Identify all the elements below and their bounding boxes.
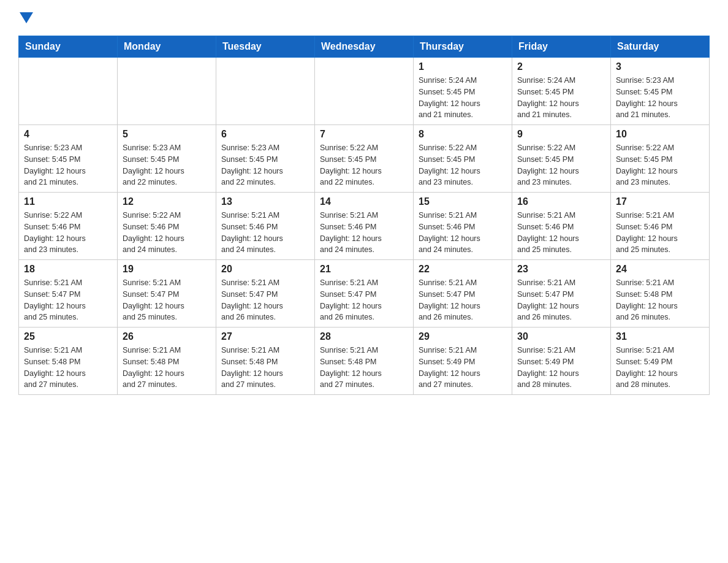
weekday-header-thursday: Thursday	[414, 36, 512, 58]
day-info: Sunrise: 5:22 AMSunset: 5:45 PMDaylight:…	[320, 142, 408, 188]
day-info: Sunrise: 5:22 AMSunset: 5:45 PMDaylight:…	[616, 142, 704, 188]
day-info: Sunrise: 5:21 AMSunset: 5:46 PMDaylight:…	[616, 210, 704, 256]
day-number: 18	[24, 264, 112, 275]
day-number: 27	[221, 331, 309, 342]
day-info: Sunrise: 5:21 AMSunset: 5:47 PMDaylight:…	[419, 277, 507, 323]
day-info: Sunrise: 5:24 AMSunset: 5:45 PMDaylight:…	[517, 75, 605, 121]
day-info: Sunrise: 5:21 AMSunset: 5:47 PMDaylight:…	[24, 277, 112, 323]
weekday-header-wednesday: Wednesday	[315, 36, 414, 58]
day-info: Sunrise: 5:22 AMSunset: 5:46 PMDaylight:…	[123, 210, 211, 256]
calendar-cell: 19Sunrise: 5:21 AMSunset: 5:47 PMDayligh…	[118, 260, 216, 327]
weekday-header-friday: Friday	[512, 36, 611, 58]
calendar-cell: 6Sunrise: 5:23 AMSunset: 5:45 PMDaylight…	[216, 125, 315, 193]
day-number: 20	[221, 264, 309, 275]
day-number: 1	[419, 61, 507, 72]
day-info: Sunrise: 5:21 AMSunset: 5:46 PMDaylight:…	[320, 210, 408, 256]
calendar-cell: 31Sunrise: 5:21 AMSunset: 5:49 PMDayligh…	[611, 327, 710, 395]
day-info: Sunrise: 5:21 AMSunset: 5:49 PMDaylight:…	[419, 345, 507, 391]
day-number: 6	[221, 129, 309, 140]
calendar-cell: 16Sunrise: 5:21 AMSunset: 5:46 PMDayligh…	[512, 193, 611, 260]
day-number: 31	[616, 331, 704, 342]
calendar-cell: 15Sunrise: 5:21 AMSunset: 5:46 PMDayligh…	[414, 193, 512, 260]
svg-marker-0	[20, 12, 33, 23]
calendar-cell: 24Sunrise: 5:21 AMSunset: 5:48 PMDayligh…	[611, 260, 710, 327]
calendar-cell: 25Sunrise: 5:21 AMSunset: 5:48 PMDayligh…	[19, 327, 118, 395]
day-number: 30	[517, 331, 605, 342]
calendar-cell	[19, 58, 118, 125]
day-number: 23	[517, 264, 605, 275]
logo-triangle-icon	[20, 12, 33, 23]
calendar-cell: 1Sunrise: 5:24 AMSunset: 5:45 PMDaylight…	[414, 58, 512, 125]
day-number: 12	[123, 196, 211, 207]
calendar-cell: 14Sunrise: 5:21 AMSunset: 5:46 PMDayligh…	[315, 193, 414, 260]
day-info: Sunrise: 5:23 AMSunset: 5:45 PMDaylight:…	[221, 142, 309, 188]
calendar-cell: 12Sunrise: 5:22 AMSunset: 5:46 PMDayligh…	[118, 193, 216, 260]
day-number: 25	[24, 331, 112, 342]
day-number: 4	[24, 129, 112, 140]
calendar-cell: 9Sunrise: 5:22 AMSunset: 5:45 PMDaylight…	[512, 125, 611, 193]
weekday-header-monday: Monday	[118, 36, 216, 58]
day-number: 9	[517, 129, 605, 140]
day-number: 15	[419, 196, 507, 207]
day-info: Sunrise: 5:21 AMSunset: 5:48 PMDaylight:…	[24, 345, 112, 391]
calendar-cell: 2Sunrise: 5:24 AMSunset: 5:45 PMDaylight…	[512, 58, 611, 125]
day-info: Sunrise: 5:21 AMSunset: 5:47 PMDaylight:…	[123, 277, 211, 323]
calendar-cell	[216, 58, 315, 125]
day-info: Sunrise: 5:21 AMSunset: 5:47 PMDaylight:…	[517, 277, 605, 323]
day-info: Sunrise: 5:22 AMSunset: 5:45 PMDaylight:…	[517, 142, 605, 188]
day-number: 8	[419, 129, 507, 140]
day-number: 14	[320, 196, 408, 207]
day-info: Sunrise: 5:21 AMSunset: 5:48 PMDaylight:…	[320, 345, 408, 391]
day-number: 10	[616, 129, 704, 140]
day-number: 7	[320, 129, 408, 140]
calendar-cell: 22Sunrise: 5:21 AMSunset: 5:47 PMDayligh…	[414, 260, 512, 327]
calendar-cell: 8Sunrise: 5:22 AMSunset: 5:45 PMDaylight…	[414, 125, 512, 193]
calendar-cell: 7Sunrise: 5:22 AMSunset: 5:45 PMDaylight…	[315, 125, 414, 193]
calendar-table: SundayMondayTuesdayWednesdayThursdayFrid…	[18, 36, 710, 395]
day-info: Sunrise: 5:21 AMSunset: 5:46 PMDaylight:…	[517, 210, 605, 256]
calendar-cell: 20Sunrise: 5:21 AMSunset: 5:47 PMDayligh…	[216, 260, 315, 327]
day-number: 24	[616, 264, 704, 275]
week-row-1: 1Sunrise: 5:24 AMSunset: 5:45 PMDaylight…	[19, 58, 710, 125]
day-number: 5	[123, 129, 211, 140]
week-row-3: 11Sunrise: 5:22 AMSunset: 5:46 PMDayligh…	[19, 193, 710, 260]
calendar-cell: 3Sunrise: 5:23 AMSunset: 5:45 PMDaylight…	[611, 58, 710, 125]
day-number: 29	[419, 331, 507, 342]
calendar-cell: 21Sunrise: 5:21 AMSunset: 5:47 PMDayligh…	[315, 260, 414, 327]
day-number: 17	[616, 196, 704, 207]
day-info: Sunrise: 5:23 AMSunset: 5:45 PMDaylight:…	[123, 142, 211, 188]
calendar-cell	[118, 58, 216, 125]
calendar-cell: 13Sunrise: 5:21 AMSunset: 5:46 PMDayligh…	[216, 193, 315, 260]
calendar-cell: 11Sunrise: 5:22 AMSunset: 5:46 PMDayligh…	[19, 193, 118, 260]
calendar-cell	[315, 58, 414, 125]
day-number: 3	[616, 61, 704, 72]
day-info: Sunrise: 5:24 AMSunset: 5:45 PMDaylight:…	[419, 75, 507, 121]
day-info: Sunrise: 5:21 AMSunset: 5:48 PMDaylight:…	[221, 345, 309, 391]
calendar-cell: 27Sunrise: 5:21 AMSunset: 5:48 PMDayligh…	[216, 327, 315, 395]
day-info: Sunrise: 5:21 AMSunset: 5:49 PMDaylight:…	[517, 345, 605, 391]
day-number: 28	[320, 331, 408, 342]
weekday-header-row: SundayMondayTuesdayWednesdayThursdayFrid…	[19, 36, 710, 58]
day-number: 16	[517, 196, 605, 207]
calendar-cell: 26Sunrise: 5:21 AMSunset: 5:48 PMDayligh…	[118, 327, 216, 395]
logo	[18, 12, 33, 25]
calendar-cell: 18Sunrise: 5:21 AMSunset: 5:47 PMDayligh…	[19, 260, 118, 327]
day-number: 22	[419, 264, 507, 275]
day-info: Sunrise: 5:21 AMSunset: 5:46 PMDaylight:…	[221, 210, 309, 256]
day-number: 13	[221, 196, 309, 207]
calendar-cell: 28Sunrise: 5:21 AMSunset: 5:48 PMDayligh…	[315, 327, 414, 395]
day-info: Sunrise: 5:22 AMSunset: 5:45 PMDaylight:…	[419, 142, 507, 188]
week-row-4: 18Sunrise: 5:21 AMSunset: 5:47 PMDayligh…	[19, 260, 710, 327]
day-info: Sunrise: 5:21 AMSunset: 5:47 PMDaylight:…	[320, 277, 408, 323]
calendar-cell: 23Sunrise: 5:21 AMSunset: 5:47 PMDayligh…	[512, 260, 611, 327]
day-info: Sunrise: 5:21 AMSunset: 5:48 PMDaylight:…	[123, 345, 211, 391]
day-number: 2	[517, 61, 605, 72]
weekday-header-saturday: Saturday	[611, 36, 710, 58]
day-number: 21	[320, 264, 408, 275]
page-header	[18, 12, 710, 25]
day-number: 19	[123, 264, 211, 275]
day-info: Sunrise: 5:21 AMSunset: 5:47 PMDaylight:…	[221, 277, 309, 323]
day-info: Sunrise: 5:23 AMSunset: 5:45 PMDaylight:…	[616, 75, 704, 121]
weekday-header-tuesday: Tuesday	[216, 36, 315, 58]
calendar-cell: 29Sunrise: 5:21 AMSunset: 5:49 PMDayligh…	[414, 327, 512, 395]
